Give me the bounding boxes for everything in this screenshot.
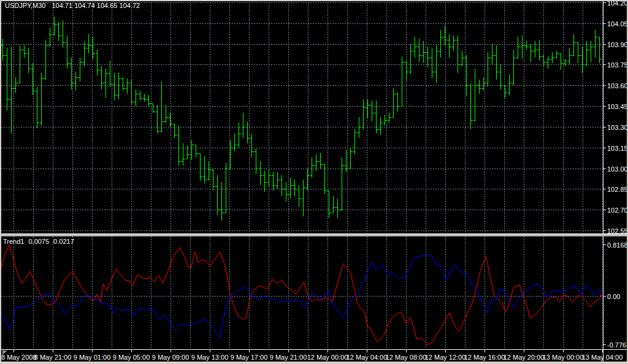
price-tick-label: 103.90 <box>607 41 628 48</box>
price-tick-label: 103.75 <box>607 61 628 69</box>
ohlc-bar <box>319 153 323 169</box>
ohlc-bar <box>581 47 584 73</box>
ohlc-bar <box>216 175 220 215</box>
ohlc-bar <box>572 34 576 56</box>
ohlc-bar <box>164 105 168 123</box>
ohlc-bar <box>413 37 417 58</box>
ohlc-bar <box>461 51 464 66</box>
ohlc-bar <box>302 180 305 217</box>
ohlc-bar <box>366 99 370 119</box>
ohlc-bar <box>14 77 18 93</box>
price-tick-label: 104.05 <box>607 20 628 28</box>
ohlc-bar <box>173 124 177 138</box>
ohlc-bar <box>233 134 237 151</box>
ohlc-bar <box>285 182 288 202</box>
indicator-name-label: Trend1 <box>3 238 24 245</box>
time-tick-label: 9 May 05:00 <box>113 354 150 361</box>
ohlc-bar <box>229 140 232 169</box>
ohlc-bar <box>134 89 138 106</box>
ohlc-bar <box>353 129 357 154</box>
ohlc-bar <box>272 172 275 190</box>
time-tick-label: 9 May 21:00 <box>270 354 307 361</box>
ohlc-bar <box>589 41 593 62</box>
ohlc-bar <box>340 157 344 211</box>
trend-blue-line <box>2 256 603 338</box>
ohlc-bar <box>332 196 335 213</box>
ohlc-bar <box>121 77 125 91</box>
ohlc-bar <box>289 178 293 199</box>
ohlc-bar <box>405 61 408 82</box>
ohlc-bar <box>392 88 396 118</box>
ohlc-bar <box>139 91 142 100</box>
window-border-top <box>0 0 628 1</box>
ohlc-bar <box>255 149 258 174</box>
ohlc-bar <box>504 85 507 97</box>
ohlc-bar <box>388 113 391 123</box>
pane-separator[interactable] <box>0 233 628 237</box>
ohlc-bar <box>113 73 117 100</box>
ohlc-bar <box>478 80 481 94</box>
ohlc-bar <box>126 78 129 94</box>
ohlc-bar <box>104 69 108 97</box>
ohlc-bar <box>555 51 559 58</box>
ohlc-bar <box>362 99 366 130</box>
time-tick-label: 12 May 00:00 <box>307 354 348 361</box>
ohlc-bar <box>585 41 589 66</box>
ohlc-bar <box>57 22 61 42</box>
ohlc-bar <box>44 40 48 80</box>
indicator-label: Trend10.00750.0217 <box>3 238 74 245</box>
time-tick-label: 9 May 01:00 <box>74 354 111 361</box>
ohlc-bar <box>409 44 413 75</box>
ohlc-bar <box>263 171 267 192</box>
ohlc-bar <box>448 34 451 58</box>
ohlc-bar <box>156 105 159 134</box>
timeline-scroll-marker-icon[interactable] <box>2 351 7 355</box>
time-tick-label: 13 May 04:00 <box>582 354 623 361</box>
ohlc-bar <box>508 74 511 95</box>
ohlc-bar <box>564 59 567 66</box>
ohlc-bar <box>194 145 198 157</box>
ohlc-bar <box>18 45 22 83</box>
indicator-tick-label: 0.00 <box>607 293 620 300</box>
ohlc-bar <box>491 44 494 65</box>
ohlc-bar <box>443 26 447 45</box>
indicator-tick-label: 0.8168 <box>607 241 628 249</box>
ohlc-bar <box>315 154 318 171</box>
price-tick-label: 103.30 <box>607 124 628 131</box>
indicator-tick-label: -0.776 <box>607 341 626 349</box>
ohlc-bar <box>177 126 181 165</box>
ohlc-bar <box>469 84 473 129</box>
ohlc-bar <box>74 72 78 91</box>
ohlc-bar <box>529 44 533 62</box>
ohlc-bar <box>267 169 271 186</box>
ohlc-bar <box>83 41 86 66</box>
time-tick-label: 12 May 04:00 <box>347 354 388 361</box>
ohlc-bar <box>516 37 520 59</box>
ohlc-bar <box>370 100 374 121</box>
ohlc-bar <box>594 30 597 58</box>
ohlc-bar <box>465 55 469 97</box>
ohlc-bar <box>182 143 185 165</box>
ohlc-bar <box>452 36 456 51</box>
price-tick-label: 103.60 <box>607 82 628 89</box>
ohlc-bar <box>169 113 172 127</box>
price-tick-label: 102.85 <box>607 186 628 193</box>
ohlc-bar <box>521 36 524 59</box>
time-tick-label: 12 May 20:00 <box>504 354 545 361</box>
ohlc-bar <box>435 45 438 83</box>
ohlc-bar <box>48 28 52 47</box>
window-border-left <box>0 0 1 364</box>
ohlc-bar <box>100 66 104 89</box>
ohlc-bar <box>242 113 245 138</box>
ohlc-bar <box>259 161 262 184</box>
time-tick-label: 12 May 12:00 <box>425 354 466 361</box>
ohlc-bar <box>431 48 434 78</box>
ohlc-bar <box>400 56 404 107</box>
time-tick-label: 12 May 16:00 <box>464 354 505 361</box>
time-tick-label: 13 May 00:00 <box>543 354 584 361</box>
ohlc-bar <box>91 37 95 59</box>
ohlc-bar <box>546 56 550 69</box>
ohlc-bar <box>426 47 430 67</box>
ohlc-bar <box>473 69 477 121</box>
chart-canvas: 104.20104.05103.90103.75103.60103.45103.… <box>0 0 628 364</box>
